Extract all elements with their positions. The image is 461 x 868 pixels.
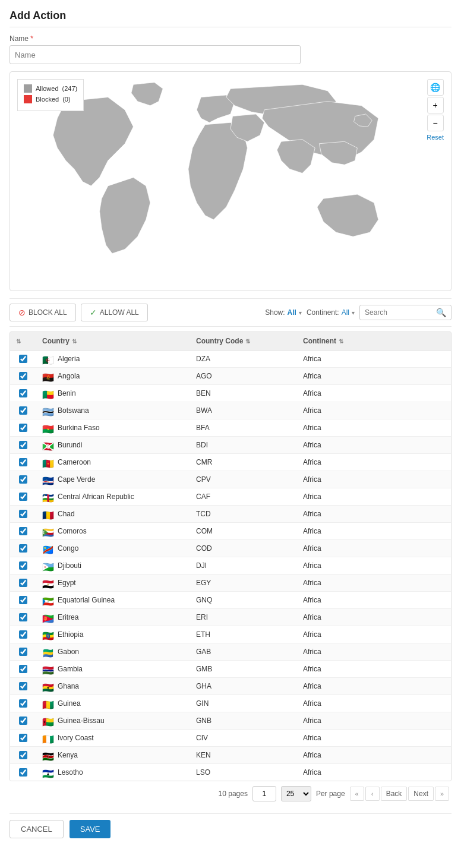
allow-all-button[interactable]: ✓ ALLOW ALL xyxy=(81,304,148,321)
row-code: CPV xyxy=(190,471,297,488)
th-country-code[interactable]: Country Code ⇅ xyxy=(190,332,297,350)
row-checkbox-cell[interactable] xyxy=(10,678,36,695)
row-checkbox-cell[interactable] xyxy=(10,626,36,643)
row-continent: Africa xyxy=(297,575,451,591)
row-checkbox-cell[interactable] xyxy=(10,747,36,763)
country-flag: 🇪🇬 xyxy=(42,579,54,587)
row-checkbox[interactable] xyxy=(19,544,27,553)
row-checkbox[interactable] xyxy=(19,682,27,690)
show-filter[interactable]: Show: All ▾ xyxy=(265,308,302,317)
row-checkbox[interactable] xyxy=(19,355,27,363)
row-checkbox[interactable] xyxy=(19,475,27,484)
row-country: 🇹🇩 Chad xyxy=(36,506,190,522)
per-page-select[interactable]: 25 50 100 xyxy=(281,786,311,801)
row-checkbox[interactable] xyxy=(19,424,27,432)
globe-button[interactable]: 🌐 xyxy=(427,79,444,96)
expand-sort-icon: ⇅ xyxy=(16,338,21,345)
table-row: 🇪🇷 Eritrea ERI Africa xyxy=(10,609,451,626)
row-checkbox-cell[interactable] xyxy=(10,661,36,677)
first-page-button[interactable]: « xyxy=(350,787,364,801)
row-checkbox-cell[interactable] xyxy=(10,730,36,746)
row-checkbox[interactable] xyxy=(19,510,27,518)
country-name: Egypt xyxy=(58,579,76,587)
row-checkbox-cell[interactable] xyxy=(10,471,36,488)
row-checkbox[interactable] xyxy=(19,630,27,639)
row-continent: Africa xyxy=(297,643,451,660)
row-checkbox[interactable] xyxy=(19,734,27,742)
row-checkbox[interactable] xyxy=(19,596,27,604)
row-checkbox-cell[interactable] xyxy=(10,488,36,505)
row-checkbox-cell[interactable] xyxy=(10,523,36,539)
row-checkbox-cell[interactable] xyxy=(10,419,36,436)
row-checkbox[interactable] xyxy=(19,527,27,535)
row-continent: Africa xyxy=(297,523,451,539)
name-input[interactable] xyxy=(10,45,301,64)
next-button[interactable]: Next xyxy=(408,787,434,801)
country-name: Kenya xyxy=(58,751,78,759)
row-checkbox[interactable] xyxy=(19,699,27,708)
page-nav: « ‹ Back Next » xyxy=(350,787,449,801)
reset-link[interactable]: Reset xyxy=(427,134,444,141)
row-checkbox[interactable] xyxy=(19,648,27,656)
country-name: Gambia xyxy=(58,665,83,673)
row-checkbox-cell[interactable] xyxy=(10,609,36,626)
prev-page-button[interactable]: ‹ xyxy=(365,787,380,801)
th-continent[interactable]: Continent ⇅ xyxy=(297,332,451,350)
row-checkbox-cell[interactable] xyxy=(10,764,36,781)
row-checkbox-cell[interactable] xyxy=(10,454,36,471)
country-flag: 🇬🇲 xyxy=(42,665,54,673)
back-button[interactable]: Back xyxy=(381,787,408,801)
row-checkbox-cell[interactable] xyxy=(10,712,36,729)
row-checkbox[interactable] xyxy=(19,493,27,501)
row-checkbox[interactable] xyxy=(19,458,27,466)
row-checkbox-cell[interactable] xyxy=(10,351,36,367)
last-page-button[interactable]: » xyxy=(435,787,449,801)
row-checkbox[interactable] xyxy=(19,561,27,570)
row-checkbox-cell[interactable] xyxy=(10,592,36,608)
row-checkbox-cell[interactable] xyxy=(10,643,36,660)
row-checkbox-cell[interactable] xyxy=(10,557,36,574)
row-checkbox[interactable] xyxy=(19,389,27,397)
row-continent: Africa xyxy=(297,471,451,488)
country-flag: 🇩🇯 xyxy=(42,561,54,570)
zoom-out-button[interactable]: − xyxy=(427,115,444,131)
country-name: Botswana xyxy=(58,406,89,415)
map-container: Allowed (247) Blocked (0) 🌐 + − Reset xyxy=(10,71,451,291)
row-checkbox-cell[interactable] xyxy=(10,385,36,402)
row-checkbox-cell[interactable] xyxy=(10,575,36,591)
zoom-in-button[interactable]: + xyxy=(427,97,444,113)
row-checkbox-cell[interactable] xyxy=(10,368,36,384)
table-row: 🇨🇲 Cameroon CMR Africa xyxy=(10,454,451,471)
row-country: 🇨🇫 Central African Republic xyxy=(36,488,190,505)
row-checkbox[interactable] xyxy=(19,768,27,777)
row-checkbox[interactable] xyxy=(19,406,27,415)
row-continent: Africa xyxy=(297,557,451,574)
th-country[interactable]: Country ⇅ xyxy=(36,332,190,350)
row-continent: Africa xyxy=(297,540,451,557)
save-button[interactable]: SAVE xyxy=(70,820,111,838)
row-country: 🇧🇼 Botswana xyxy=(36,402,190,419)
country-name: Eritrea xyxy=(58,613,78,621)
row-checkbox[interactable] xyxy=(19,579,27,587)
table-row: 🇧🇮 Burundi BDI Africa xyxy=(10,437,451,454)
table-row: 🇦🇴 Angola AGO Africa xyxy=(10,368,451,385)
row-checkbox[interactable] xyxy=(19,613,27,621)
cancel-button[interactable]: CANCEL xyxy=(10,820,64,838)
row-checkbox[interactable] xyxy=(19,372,27,380)
row-checkbox[interactable] xyxy=(19,717,27,725)
row-checkbox[interactable] xyxy=(19,751,27,759)
search-input[interactable] xyxy=(365,308,436,317)
row-checkbox-cell[interactable] xyxy=(10,506,36,522)
row-checkbox-cell[interactable] xyxy=(10,695,36,712)
country-flag: 🇧🇮 xyxy=(42,441,54,449)
block-all-button[interactable]: ⊘ BLOCK ALL xyxy=(10,304,76,321)
row-checkbox[interactable] xyxy=(19,441,27,449)
page-input[interactable] xyxy=(252,786,276,801)
row-checkbox[interactable] xyxy=(19,665,27,673)
row-checkbox-cell[interactable] xyxy=(10,540,36,557)
name-section: Name * xyxy=(10,34,451,64)
continent-filter[interactable]: Continent: All ▾ xyxy=(307,308,355,317)
row-checkbox-cell[interactable] xyxy=(10,437,36,453)
search-box[interactable]: 🔍 xyxy=(359,305,451,320)
row-checkbox-cell[interactable] xyxy=(10,402,36,419)
